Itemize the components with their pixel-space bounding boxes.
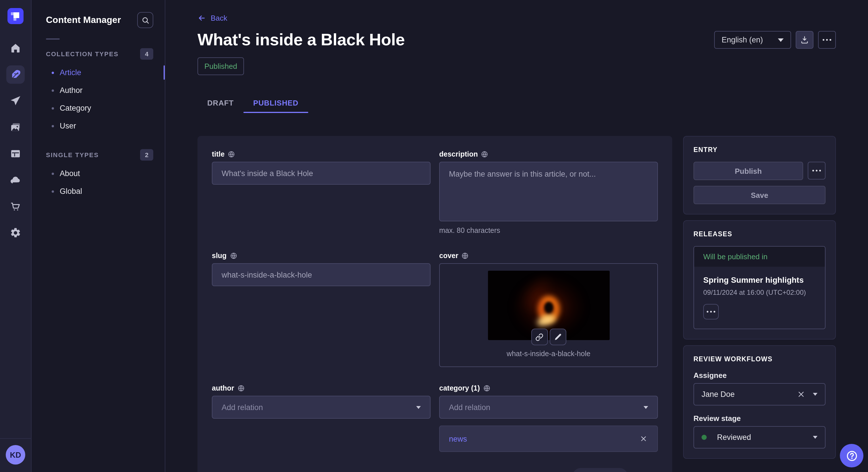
bullet-icon xyxy=(52,172,54,175)
select-placeholder: Add relation xyxy=(449,403,490,411)
ellipsis-icon xyxy=(812,170,821,171)
section-title: COLLECTION TYPES xyxy=(46,50,119,57)
release-more-button[interactable] xyxy=(703,304,719,319)
sidebar-item-label: Category xyxy=(60,104,91,112)
publish-button[interactable]: Publish xyxy=(693,162,803,180)
sidebar-item-global[interactable]: Global xyxy=(46,182,153,200)
rail-icon-list xyxy=(6,39,25,242)
title-input[interactable] xyxy=(212,162,431,185)
releases-plane-icon[interactable] xyxy=(6,92,25,110)
globe-icon xyxy=(230,252,237,259)
stage-value: Reviewed xyxy=(717,433,806,442)
globe-icon xyxy=(484,385,490,392)
link-icon xyxy=(535,333,544,341)
back-label: Back xyxy=(211,14,227,22)
sidebar-item-article[interactable]: Article xyxy=(46,64,153,81)
status-badge: Published xyxy=(197,57,244,75)
download-icon xyxy=(800,36,809,44)
help-button[interactable] xyxy=(840,444,863,467)
strapi-logo[interactable] xyxy=(7,8,24,24)
back-link[interactable]: Back xyxy=(197,14,227,22)
download-button[interactable] xyxy=(796,31,813,49)
content-manager-icon[interactable] xyxy=(6,65,25,84)
entry-panel: ENTRY Publish Save xyxy=(683,136,836,214)
assignee-value: Jane Doe xyxy=(702,390,789,399)
field-label: description xyxy=(439,150,478,158)
marketplace-cart-icon[interactable] xyxy=(6,197,25,216)
review-workflows-panel: REVIEW WORKFLOWS Assignee Jane Doe Revie… xyxy=(683,345,836,459)
close-icon xyxy=(640,435,647,442)
review-stage-label: Review stage xyxy=(693,414,826,423)
collection-types-section: COLLECTION TYPES 4 Article Author Catego… xyxy=(46,46,153,135)
count-badge: 4 xyxy=(140,48,153,60)
arrow-left-icon xyxy=(197,14,206,22)
tab-draft[interactable]: DRAFT xyxy=(197,92,243,113)
field-slug: slug xyxy=(212,252,431,286)
field-category: category (1) Add relation news xyxy=(439,384,658,452)
media-library-icon[interactable] xyxy=(6,118,25,136)
sidebar-item-category[interactable]: Category xyxy=(46,99,153,117)
field-author: author Add relation xyxy=(212,384,431,419)
entry-more-button[interactable] xyxy=(808,162,826,179)
slug-input[interactable] xyxy=(212,263,431,286)
clear-assignee-button[interactable] xyxy=(796,390,806,399)
sidebar-item-author[interactable]: Author xyxy=(46,81,153,99)
category-relation-select[interactable]: Add relation xyxy=(439,396,658,419)
sidebar-item-about[interactable]: About xyxy=(46,165,153,182)
settings-gear-icon[interactable] xyxy=(6,224,25,242)
content-type-builder-icon[interactable] xyxy=(6,144,25,163)
edit-asset-button[interactable] xyxy=(549,329,566,345)
field-title: title xyxy=(212,150,431,185)
locale-value: English (en) xyxy=(722,36,763,44)
black-hole-image xyxy=(488,271,609,340)
more-button[interactable] xyxy=(818,31,836,49)
remove-relation-button[interactable] xyxy=(639,434,648,443)
field-label: category (1) xyxy=(439,384,480,392)
main-area: Back What's inside a Black Hole English … xyxy=(165,0,868,472)
globe-icon xyxy=(462,252,469,259)
bullet-icon xyxy=(52,107,54,109)
content-manager-nav: Content Manager COLLECTION TYPES 4 Artic… xyxy=(32,0,165,472)
field-cover: cover xyxy=(439,252,658,367)
help-icon xyxy=(845,449,858,462)
save-button[interactable]: Save xyxy=(693,186,826,204)
tab-published[interactable]: PUBLISHED xyxy=(243,92,308,113)
sidebar-item-label: Author xyxy=(60,86,83,95)
chevron-down-icon xyxy=(813,436,817,439)
description-input[interactable]: Maybe the answer is in this article, or … xyxy=(439,162,658,222)
single-types-section: SINGLE TYPES 2 About Global xyxy=(46,147,153,200)
locale-select[interactable]: English (en) xyxy=(714,31,791,49)
cover-caption: what-s-inside-a-black-hole xyxy=(446,350,650,358)
panel-title: ENTRY xyxy=(693,146,826,153)
assignee-combobox[interactable]: Jane Doe xyxy=(693,383,826,405)
relation-link[interactable]: news xyxy=(449,434,467,443)
scroll-edge-button[interactable] xyxy=(572,468,628,472)
globe-icon xyxy=(238,385,245,392)
release-card: Will be published in Spring Summer highl… xyxy=(693,246,826,329)
ellipsis-icon xyxy=(823,39,831,41)
close-icon xyxy=(797,391,805,398)
globe-icon xyxy=(482,151,488,158)
globe-icon xyxy=(228,151,235,158)
chevron-down-icon xyxy=(813,393,817,396)
chevron-down-icon xyxy=(644,406,648,409)
sidebar-item-label: Global xyxy=(60,187,82,196)
stage-dot-icon xyxy=(702,435,707,440)
search-button[interactable] xyxy=(137,12,153,28)
bullet-icon xyxy=(52,125,54,127)
review-stage-select[interactable]: Reviewed xyxy=(693,426,826,448)
page-header: Back What's inside a Black Hole English … xyxy=(197,14,836,113)
rail-footer: KD xyxy=(0,438,31,472)
chevron-down-icon xyxy=(778,38,784,42)
bullet-icon xyxy=(52,89,54,92)
cloud-icon[interactable] xyxy=(6,171,25,189)
main-nav-rail: KD xyxy=(0,0,32,472)
avatar[interactable]: KD xyxy=(6,445,25,465)
copy-link-button[interactable] xyxy=(531,329,548,345)
sidebar-item-user[interactable]: User xyxy=(46,117,153,135)
page-title: What's inside a Black Hole xyxy=(197,30,714,49)
sidebar-item-label: Article xyxy=(60,68,81,77)
home-icon[interactable] xyxy=(6,39,25,57)
author-relation-select[interactable]: Add relation xyxy=(212,396,431,419)
sidebar-item-label: User xyxy=(60,122,76,130)
